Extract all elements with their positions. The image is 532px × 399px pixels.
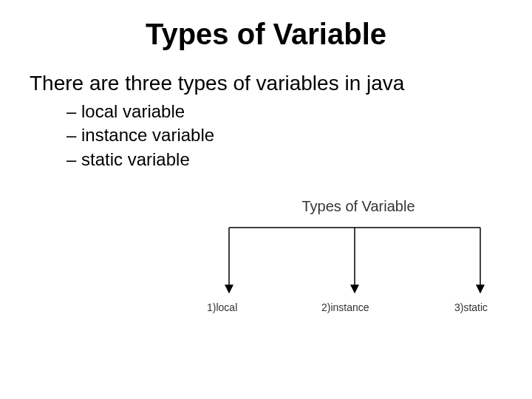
diagram-caption: Types of Variable [207,198,510,215]
slide-title: Types of Variable [0,0,532,51]
bullet-item: instance variable [66,123,532,147]
slide: Types of Variable There are three types … [0,0,532,399]
diagram-label-instance: 2)instance [321,301,369,313]
intro-text: There are three types of variables in ja… [0,51,532,100]
bullet-item: local variable [66,100,532,123]
diagram-label-static: 3)static [454,301,488,313]
diagram-label-local: 1)local [207,301,237,313]
diagram: Types of Variable 1)local 2)instance 3)s… [207,198,510,346]
diagram-arrows [207,219,510,300]
bullet-item: static variable [66,148,532,171]
bullet-list: local variable instance variable static … [0,100,532,171]
